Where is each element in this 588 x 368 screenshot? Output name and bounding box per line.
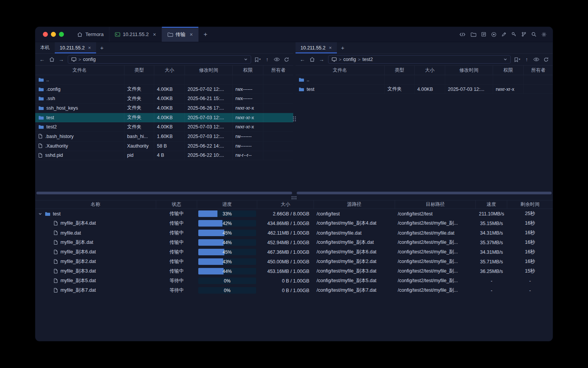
- home-button[interactable]: [49, 57, 55, 62]
- file-row[interactable]: ..: [35, 75, 293, 85]
- column-header[interactable]: 修改时间: [445, 66, 493, 75]
- horizontal-scrollbar[interactable]: [297, 192, 552, 194]
- column-header[interactable]: 类型: [124, 66, 154, 75]
- file-row[interactable]: .config文件夹4.00KB2025-07-02 12:...rwx----…: [35, 85, 293, 94]
- transfer-row[interactable]: myfile_副本.dat传输中44%452.94MB / 1.00GB/con…: [35, 238, 553, 247]
- transfer-row[interactable]: myfile_副本5.dat等待中0%0 B / 1.00GB/config/t…: [35, 276, 553, 286]
- path-bar[interactable]: >config>test2: [328, 55, 511, 64]
- column-header[interactable]: 大小: [257, 200, 314, 209]
- path-segment[interactable]: config: [343, 57, 356, 62]
- column-header[interactable]: 文件名: [296, 66, 385, 75]
- close-icon[interactable]: ×: [153, 31, 156, 38]
- transfer-row[interactable]: myfile_副本4.dat传输中42%434.86MB / 1.00GB/co…: [35, 219, 553, 228]
- back-button[interactable]: ←: [299, 57, 305, 62]
- chevron-down-icon[interactable]: [244, 58, 248, 61]
- log-icon[interactable]: [481, 32, 486, 37]
- column-header[interactable]: 进度: [197, 200, 257, 209]
- panel-tab-local[interactable]: 本机: [35, 42, 55, 53]
- show-hidden-eye-button[interactable]: [274, 57, 280, 62]
- transfer-row[interactable]: myfile_副本2.dat传输中43%450.00MB / 1.00GB/co…: [35, 257, 553, 266]
- edit-icon[interactable]: [501, 32, 506, 37]
- file-row[interactable]: .ssh文件夹4.00KB2025-06-21 15:...rwx------: [35, 94, 293, 104]
- chevron-down-icon[interactable]: [503, 58, 507, 61]
- tab-host[interactable]: 10.211.55.2 ×: [109, 27, 162, 42]
- transfer-splitter[interactable]: [35, 196, 553, 200]
- new-panel-tab-button[interactable]: +: [96, 42, 108, 53]
- remaining-time-cell: 15秒: [507, 268, 553, 274]
- new-panel-tab-button[interactable]: +: [337, 42, 349, 53]
- close-window-button[interactable]: [43, 32, 48, 37]
- file-row[interactable]: .bash_historybash_hi...1.60KB2025-07-03 …: [35, 132, 293, 141]
- show-hidden-eye-button[interactable]: [533, 57, 539, 62]
- close-icon[interactable]: ×: [88, 45, 91, 51]
- owner-cell: [263, 94, 293, 104]
- status-cell: 等待中: [156, 278, 197, 284]
- file-icon: [54, 221, 58, 226]
- path-segment[interactable]: config: [83, 57, 96, 62]
- file-row[interactable]: ssh_host_keys文件夹4.00KB2025-06-26 17:...r…: [35, 104, 293, 113]
- new-tab-button[interactable]: +: [199, 27, 212, 42]
- refresh-button[interactable]: [543, 57, 549, 62]
- breadcrumb: >config: [78, 57, 96, 62]
- transfer-row[interactable]: myfile.dat传输中45%462.11MB / 1.00GB/config…: [35, 228, 553, 238]
- bookmark-button[interactable]: ▾: [514, 57, 520, 62]
- column-header[interactable]: 所有者: [263, 66, 293, 75]
- search-icon[interactable]: [531, 32, 536, 37]
- minimize-window-button[interactable]: [51, 32, 56, 37]
- column-header[interactable]: 源路径: [314, 200, 395, 209]
- horizontal-scrollbar[interactable]: [36, 192, 292, 194]
- column-header[interactable]: 剩余时间: [507, 200, 553, 209]
- status-cell: 等待中: [156, 287, 197, 294]
- column-header[interactable]: 权限: [493, 66, 524, 75]
- code-icon[interactable]: [459, 32, 466, 37]
- folder-icon[interactable]: [470, 32, 476, 37]
- refresh-button[interactable]: [283, 57, 289, 62]
- column-header[interactable]: 大小: [154, 66, 185, 75]
- panel-tab-host[interactable]: 10.211.55.2 ×: [55, 42, 96, 53]
- zoom-window-button[interactable]: [59, 32, 64, 37]
- column-header[interactable]: 类型: [385, 66, 415, 75]
- up-directory-button[interactable]: ↑: [524, 57, 530, 62]
- forward-button[interactable]: →: [58, 57, 64, 62]
- column-header[interactable]: 所有者: [524, 66, 553, 75]
- file-row[interactable]: sshd.pidpid4 B2025-06-22 10:...rw-r--r--: [35, 151, 293, 161]
- file-row[interactable]: test2文件夹4.00KB2025-07-03 12:...rwxr-xr-x: [35, 122, 293, 132]
- column-header[interactable]: 目标路径: [395, 200, 476, 209]
- close-icon[interactable]: ×: [329, 45, 332, 51]
- panel-tab-host[interactable]: 10.211.55.2 ×: [296, 42, 337, 53]
- column-header[interactable]: 速度: [476, 200, 507, 209]
- permissions-cell: rwx------: [233, 94, 263, 104]
- transfer-row[interactable]: myfile_副本6.dat传输中45%467.36MB / 1.00GB/co…: [35, 247, 553, 257]
- column-header[interactable]: 文件名: [35, 66, 124, 75]
- home-button[interactable]: [309, 57, 315, 62]
- settings-gear-icon[interactable]: [541, 32, 547, 37]
- file-row[interactable]: test文件夹4.00KB2025-07-03 12:...rwxr-xr-x: [296, 85, 553, 94]
- record-icon[interactable]: [491, 32, 497, 37]
- speed-cell: 36.25MB/s: [476, 269, 507, 274]
- back-button[interactable]: ←: [39, 57, 45, 62]
- transfer-row[interactable]: myfile_副本3.dat传输中44%453.16MB / 1.00GB/co…: [35, 266, 553, 276]
- up-directory-button[interactable]: ↑: [264, 57, 270, 62]
- path-bar[interactable]: >config: [68, 55, 251, 64]
- file-row[interactable]: .XauthorityXauthority58 B2025-06-22 14:.…: [35, 141, 293, 151]
- tab-home[interactable]: Termora: [72, 27, 109, 42]
- column-header[interactable]: 修改时间: [185, 66, 233, 75]
- bookmark-button[interactable]: ▾: [255, 57, 261, 62]
- file-row[interactable]: test文件夹4.00KB2025-07-03 12:...rwxr-xr-x: [35, 113, 293, 123]
- tab-transfer[interactable]: 传输 ×: [162, 27, 199, 42]
- column-header[interactable]: 权限: [233, 66, 263, 75]
- key-icon[interactable]: [511, 32, 516, 37]
- progress-label: 0%: [224, 288, 230, 293]
- transfer-row[interactable]: myfile_副本7.dat等待中0%0 B / 1.00GB/config/t…: [35, 286, 553, 295]
- chevron-down-icon[interactable]: [38, 212, 42, 216]
- column-header[interactable]: 大小: [415, 66, 445, 75]
- column-header[interactable]: 状态: [156, 200, 197, 209]
- branch-icon[interactable]: [521, 32, 526, 37]
- path-segment[interactable]: test2: [363, 57, 373, 62]
- forward-button[interactable]: →: [318, 57, 325, 62]
- file-icon: [54, 269, 58, 274]
- transfer-row[interactable]: test传输中33%2.66GB / 8.00GB/config/test/co…: [35, 209, 553, 219]
- close-icon[interactable]: ×: [190, 31, 193, 38]
- file-row[interactable]: ..: [296, 75, 553, 85]
- column-header[interactable]: 名称: [35, 200, 156, 209]
